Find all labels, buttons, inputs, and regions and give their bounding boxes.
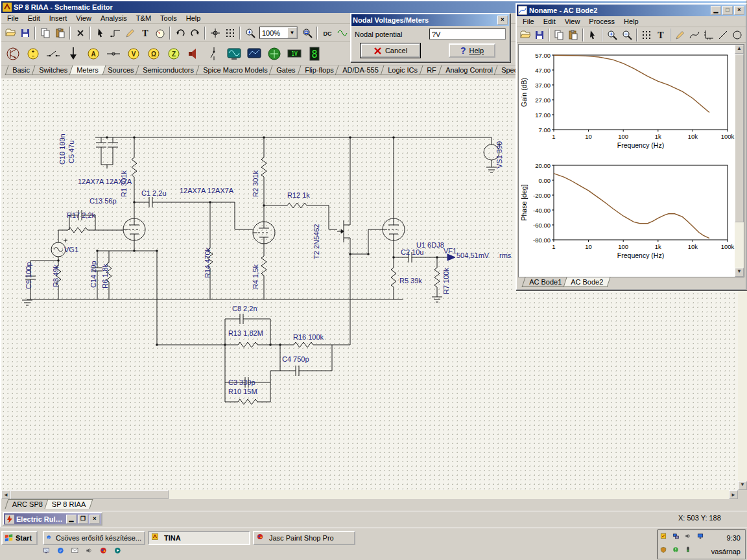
voltmeter-button[interactable]: V (123, 43, 143, 64)
save-button[interactable] (532, 27, 547, 42)
copy-button[interactable] (38, 25, 53, 40)
component-label[interactable]: C3 330p (228, 379, 255, 386)
maximize-button[interactable]: □ (722, 6, 733, 15)
ohmmeter-button[interactable]: Ω (143, 43, 163, 64)
component-label[interactable]: C4 750p (282, 355, 309, 363)
open-button[interactable] (3, 25, 18, 40)
undo-button[interactable] (172, 25, 187, 40)
help-button[interactable]: ? Help (449, 43, 495, 58)
transistor-button[interactable] (3, 43, 23, 64)
volume-quicklaunch[interactable] (86, 547, 96, 557)
text-button[interactable]: T (137, 25, 152, 40)
updates-tray-icon[interactable] (672, 546, 683, 557)
component-label[interactable]: R1 301k (120, 170, 128, 197)
component-tab-analog-control[interactable]: Analog Control (438, 65, 500, 75)
component-tab-flip-flops[interactable]: Flip-flops (297, 65, 340, 75)
electric-rule-window[interactable]: Electric Rule... ▁ ❐ × (3, 512, 102, 526)
main-menu-help[interactable]: Help (182, 14, 206, 23)
component-label[interactable]: rms (499, 251, 511, 259)
impedance-meter-button[interactable]: Z (163, 43, 184, 64)
component-tab-spice-macro-models[interactable]: Spice Macro Models (195, 65, 275, 75)
component-label[interactable]: C8 2,2n (232, 305, 257, 312)
xy-recorder-button[interactable] (264, 43, 284, 64)
grid-button[interactable] (639, 27, 654, 42)
component-label[interactable]: VF1 (444, 247, 456, 255)
main-menu-edit[interactable]: Edit (23, 14, 45, 23)
component-tab-sources[interactable]: Sources (100, 65, 141, 75)
digital-voltmeter-button[interactable]: 1V (284, 43, 304, 64)
minimize-button[interactable]: ▁ (711, 6, 721, 15)
component-label[interactable]: R8 49k (52, 264, 60, 287)
show-desktop-quicklaunch[interactable] (43, 547, 53, 557)
relay-button[interactable] (204, 43, 224, 64)
main-hscrollbar[interactable]: ◄ ► (1, 490, 738, 499)
ammeter-button[interactable]: A (83, 43, 103, 64)
bode-tab-ac-bode1[interactable]: AC Bode1 (522, 277, 569, 287)
component-label[interactable]: C10 100n (58, 134, 66, 165)
select-button[interactable] (586, 27, 600, 42)
main-menu-view[interactable]: View (71, 14, 96, 23)
select-button[interactable] (93, 25, 108, 40)
origin-button[interactable] (208, 25, 222, 40)
task-button-cs-ves-er-s-t-k-sz-t-se-[interactable]: eCsöves erősítő készítése... (43, 531, 145, 545)
bode-menu-process[interactable]: Process (584, 17, 619, 26)
media-player-quicklaunch[interactable] (114, 547, 124, 557)
volume-tray-icon[interactable] (685, 533, 695, 543)
network-tray-icon[interactable] (672, 533, 683, 543)
component-label[interactable]: R17 2,2k (67, 211, 95, 219)
zoom-out-button[interactable] (619, 27, 634, 42)
bode-plot-area[interactable]: 57.0047.0037.0027.0017.007.001101001k10k… (518, 44, 744, 277)
redo-button[interactable] (187, 25, 202, 40)
paste-button[interactable] (566, 27, 580, 42)
outlook-quicklaunch[interactable] (71, 547, 82, 557)
component-label[interactable]: R6 1,8k (101, 264, 109, 288)
voltage-source-button[interactable] (23, 43, 43, 64)
component-label[interactable]: R16 100k (293, 333, 324, 341)
component-label[interactable]: R10 15M (228, 388, 257, 395)
circle-button[interactable] (730, 27, 744, 42)
component-label[interactable]: R4 1,5k (252, 264, 259, 289)
zoom-window-button[interactable] (300, 25, 314, 40)
component-label[interactable]: C9 100p (25, 262, 32, 289)
zoom-in-button[interactable] (605, 27, 619, 42)
bode-tab-ac-bode2[interactable]: AC Bode2 (563, 277, 611, 287)
component-label[interactable]: R14 470k (204, 248, 211, 278)
jasc-quicklaunch[interactable] (100, 547, 110, 557)
scheduler-tray-icon[interactable] (660, 533, 670, 543)
dc-analysis-button[interactable]: DC (320, 25, 335, 40)
start-button[interactable]: Start (1, 531, 38, 545)
dialog-titlebar[interactable]: Nodal Voltages/Meters × (351, 14, 509, 26)
signal-analyzer-button[interactable] (244, 43, 264, 64)
meter-button[interactable] (152, 25, 167, 40)
open-button[interactable] (518, 27, 532, 42)
power-tray-icon[interactable] (685, 546, 695, 557)
clock[interactable]: 9:30 (727, 534, 743, 542)
bode-vscrollbar[interactable]: ▲ ▼ (735, 45, 744, 277)
component-label[interactable]: C5 47u (67, 141, 75, 163)
line-button[interactable] (716, 27, 730, 42)
main-menu-analysis[interactable]: Analysis (96, 14, 132, 23)
component-label[interactable]: R12 1k (287, 191, 310, 199)
bode-menu-view[interactable]: View (560, 17, 585, 26)
paste-button[interactable] (53, 25, 67, 40)
delete-button[interactable] (73, 25, 88, 40)
component-label[interactable]: T2 2N5462 (313, 224, 320, 259)
main-menu-file[interactable]: File (3, 14, 23, 23)
bode-menu-edit[interactable]: Edit (539, 17, 560, 26)
seven-segment-display-button[interactable]: 8 (304, 43, 324, 64)
zoom-combobox[interactable]: 100%▼ (259, 27, 298, 39)
antivirus-tray-icon[interactable] (660, 546, 670, 557)
close-icon[interactable]: × (734, 6, 744, 15)
oscilloscope-button[interactable] (224, 43, 244, 64)
wire-button[interactable] (108, 25, 123, 40)
bode-menu-help[interactable]: Help (619, 17, 643, 26)
component-label[interactable]: 12AX7A 12AX7A (180, 187, 233, 194)
component-label[interactable]: R7 100k (442, 268, 450, 294)
component-tab-semiconductors[interactable]: Semiconductors (135, 65, 201, 75)
copy-button[interactable] (552, 27, 566, 42)
internet-explorer-quicklaunch[interactable]: e (57, 547, 67, 557)
component-label[interactable]: C13 56p (89, 197, 117, 205)
display-tray-icon[interactable] (697, 533, 707, 543)
task-button-jasc-paint-shop-pro[interactable]: Jasc Paint Shop Pro (253, 531, 355, 545)
switch-button[interactable] (43, 43, 63, 64)
